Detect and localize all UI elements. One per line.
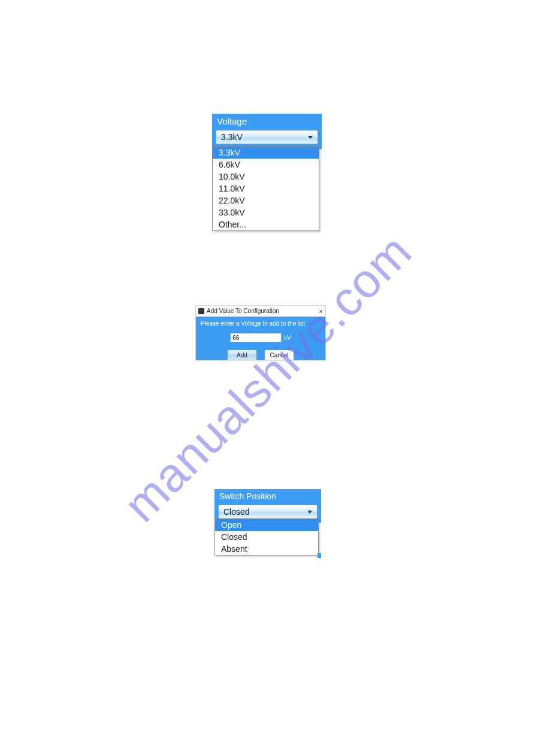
switch-position-combobox[interactable]: Closed (218, 505, 318, 519)
voltage-input[interactable] (230, 333, 282, 342)
switch-selected-value: Closed (223, 507, 250, 517)
dialog-buttons: Add Cancel (201, 350, 321, 360)
chevron-down-icon (308, 136, 313, 139)
dialog-prompt: Please enter a Voltage to add to the lis… (201, 320, 321, 327)
dialog-titlebar: Add Value To Configuration × (196, 306, 325, 317)
voltage-option[interactable]: 11.0kV (213, 183, 319, 195)
switch-position-header: Switch Position (214, 489, 321, 505)
cancel-button[interactable]: Cancel (264, 350, 294, 360)
unit-label: kV (284, 335, 291, 341)
switch-dropdown-list: Open Closed Absent (214, 518, 319, 555)
panel-edge (318, 553, 321, 558)
voltage-option[interactable]: 33.0kV (213, 207, 319, 218)
switch-position-panel: Switch Position Closed (214, 489, 321, 523)
switch-option[interactable]: Absent (215, 543, 318, 555)
dialog-body: Please enter a Voltage to add to the lis… (196, 317, 325, 360)
voltage-selected-value: 3.3kV (221, 132, 243, 142)
input-row: kV (201, 333, 321, 342)
watermark-text: manualshive.com (113, 224, 422, 533)
switch-option[interactable]: Closed (215, 531, 318, 543)
voltage-panel: Voltage 3.3kV (212, 114, 322, 149)
voltage-combobox[interactable]: 3.3kV (216, 130, 318, 144)
voltage-dropdown-list: 3.3kV 6.6kV 10.0kV 11.0kV 22.0kV 33.0kV … (212, 146, 319, 231)
app-icon (198, 308, 204, 314)
voltage-option[interactable]: 10.0kV (213, 171, 319, 183)
add-button[interactable]: Add (227, 350, 257, 360)
voltage-option-other[interactable]: Other... (213, 218, 319, 230)
voltage-option[interactable]: 22.0kV (213, 195, 319, 207)
chevron-down-icon (307, 511, 312, 514)
voltage-header: Voltage (212, 114, 322, 130)
switch-option[interactable]: Open (215, 519, 318, 531)
add-value-dialog: Add Value To Configuration × Please ente… (195, 305, 326, 360)
voltage-option[interactable]: 6.6kV (213, 159, 319, 171)
close-icon[interactable]: × (319, 308, 323, 315)
voltage-option[interactable]: 3.3kV (213, 147, 319, 159)
dialog-title: Add Value To Configuration (207, 308, 279, 314)
